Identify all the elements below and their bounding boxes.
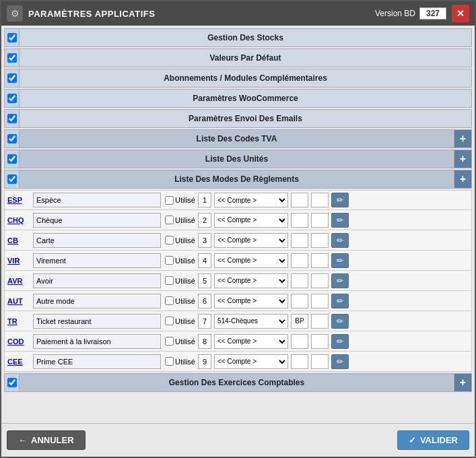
checkbox-unites[interactable] (7, 154, 17, 164)
payment-order-vir[interactable] (198, 253, 211, 268)
close-button[interactable]: ✕ (452, 5, 469, 22)
payment-extra1-esp[interactable] (291, 193, 308, 207)
payment-extra2-cb[interactable] (311, 233, 329, 248)
used-checkbox-esp[interactable] (165, 196, 174, 205)
payment-order-cb[interactable] (198, 233, 211, 248)
payment-name-avr[interactable] (33, 273, 161, 288)
checkbox-emails[interactable] (7, 114, 17, 123)
add-unites-button[interactable]: + (454, 150, 471, 168)
payment-account-cee[interactable]: << Compte > (214, 354, 288, 369)
payment-name-esp[interactable] (33, 193, 161, 207)
payment-account-aut[interactable]: << Compte > (214, 294, 288, 308)
pencil-icon: ✏ (337, 216, 343, 225)
add-modes-reglements-button[interactable]: + (454, 170, 471, 188)
table-row: CHQ Utilisé << Compte > ✏ (4, 210, 472, 230)
payment-extra2-tr[interactable] (311, 314, 329, 329)
used-checkbox-cb[interactable] (165, 236, 174, 244)
edit-button-tr[interactable]: ✏ (331, 314, 349, 329)
payment-extra1-aut[interactable] (291, 294, 308, 308)
checkbox-abonnements[interactable] (7, 73, 17, 83)
edit-button-aut[interactable]: ✏ (331, 294, 349, 308)
edit-button-cb[interactable]: ✏ (331, 233, 349, 248)
payment-extra2-esp[interactable] (311, 193, 329, 207)
payment-code-avr[interactable]: AVR (6, 277, 32, 285)
payment-extra2-chq[interactable] (311, 213, 329, 228)
payment-account-avr[interactable]: << Compte > (214, 273, 288, 288)
payment-code-chq[interactable]: CHQ (6, 216, 32, 224)
payment-order-cee[interactable] (198, 354, 211, 369)
payment-account-vir[interactable]: << Compte > (214, 253, 288, 268)
payment-code-cee[interactable]: CEE (6, 358, 32, 366)
payment-order-tr[interactable] (198, 314, 211, 329)
payment-name-vir[interactable] (33, 253, 161, 268)
add-codes-tva-button[interactable]: + (454, 130, 471, 148)
payment-order-avr[interactable] (198, 273, 211, 288)
section-checkbox-unites[interactable] (5, 150, 20, 168)
payment-extra2-vir[interactable] (311, 253, 329, 268)
payment-extra1-vir[interactable] (291, 253, 308, 268)
used-checkbox-vir[interactable] (165, 256, 174, 265)
validate-button[interactable]: ✓ VALIDER (397, 430, 469, 450)
edit-button-avr[interactable]: ✏ (331, 273, 349, 288)
checkbox-modes-reglements[interactable] (7, 174, 17, 184)
payment-extra2-aut[interactable] (311, 294, 329, 308)
payment-code-esp[interactable]: ESP (6, 196, 32, 204)
checkbox-exercices[interactable] (7, 378, 17, 387)
payment-name-chq[interactable] (33, 213, 161, 228)
section-checkbox-valeurs-defaut[interactable] (5, 49, 20, 67)
payment-account-cb[interactable]: << Compte > (214, 233, 288, 248)
checkbox-codes-tva[interactable] (7, 134, 17, 143)
payment-name-tr[interactable] (33, 314, 161, 329)
payment-account-tr[interactable]: 514-Chèques (214, 314, 288, 329)
section-checkbox-abonnements[interactable] (5, 69, 20, 87)
used-checkbox-cee[interactable] (165, 357, 174, 366)
used-checkbox-aut[interactable] (165, 296, 174, 305)
payment-extra2-avr[interactable] (311, 273, 329, 288)
cancel-button[interactable]: ← ANNULER (7, 430, 86, 450)
payment-extra1-cee[interactable] (291, 354, 308, 369)
payment-order-aut[interactable] (198, 294, 211, 308)
section-checkbox-codes-tva[interactable] (5, 130, 20, 148)
payment-name-cb[interactable] (33, 233, 161, 248)
payment-code-cod[interactable]: COD (6, 337, 32, 346)
edit-button-vir[interactable]: ✏ (331, 253, 349, 268)
edit-button-cee[interactable]: ✏ (331, 354, 349, 369)
section-checkbox-gestion-stocks[interactable] (5, 29, 20, 46)
payment-extra1-cod[interactable] (291, 334, 308, 349)
section-modes-reglements: Liste Des Modes De Règlements + (4, 170, 472, 189)
payment-extra2-cod[interactable] (311, 334, 329, 349)
section-checkbox-modes-reglements[interactable] (5, 170, 20, 188)
payment-code-aut[interactable]: AUT (6, 297, 32, 305)
section-checkbox-emails[interactable] (5, 110, 20, 127)
payment-name-cod[interactable] (33, 334, 161, 349)
used-checkbox-avr[interactable] (165, 276, 174, 285)
used-checkbox-cod[interactable] (165, 337, 174, 346)
payment-account-cod[interactable]: << Compte > (214, 334, 288, 349)
edit-button-esp[interactable]: ✏ (331, 193, 349, 207)
payment-bp-tr[interactable] (291, 314, 308, 329)
used-checkbox-tr[interactable] (165, 317, 174, 325)
payment-code-tr[interactable]: TR (6, 317, 32, 325)
edit-button-chq[interactable]: ✏ (331, 213, 349, 228)
add-exercices-button[interactable]: + (454, 374, 471, 391)
payment-order-cod[interactable] (198, 334, 211, 349)
payment-extra1-cb[interactable] (291, 233, 308, 248)
payment-code-cb[interactable]: CB (6, 236, 32, 244)
checkbox-woocommerce[interactable] (7, 94, 17, 103)
payment-order-chq[interactable] (198, 213, 211, 228)
payment-extra1-chq[interactable] (291, 213, 308, 228)
used-checkbox-chq[interactable] (165, 216, 174, 224)
payment-account-chq[interactable]: << Compte > (214, 213, 288, 228)
payment-code-vir[interactable]: VIR (6, 257, 32, 265)
payment-account-esp[interactable]: << Compte > (214, 193, 288, 207)
checkbox-gestion-stocks[interactable] (7, 33, 17, 42)
payment-extra1-avr[interactable] (291, 273, 308, 288)
checkbox-valeurs-defaut[interactable] (7, 53, 17, 63)
payment-extra2-cee[interactable] (311, 354, 329, 369)
payment-order-esp[interactable] (198, 193, 211, 207)
section-checkbox-woocommerce[interactable] (5, 90, 20, 107)
payment-name-cee[interactable] (33, 354, 161, 369)
edit-button-cod[interactable]: ✏ (331, 334, 349, 349)
section-checkbox-exercices[interactable] (5, 374, 20, 391)
payment-name-aut[interactable] (33, 294, 161, 308)
